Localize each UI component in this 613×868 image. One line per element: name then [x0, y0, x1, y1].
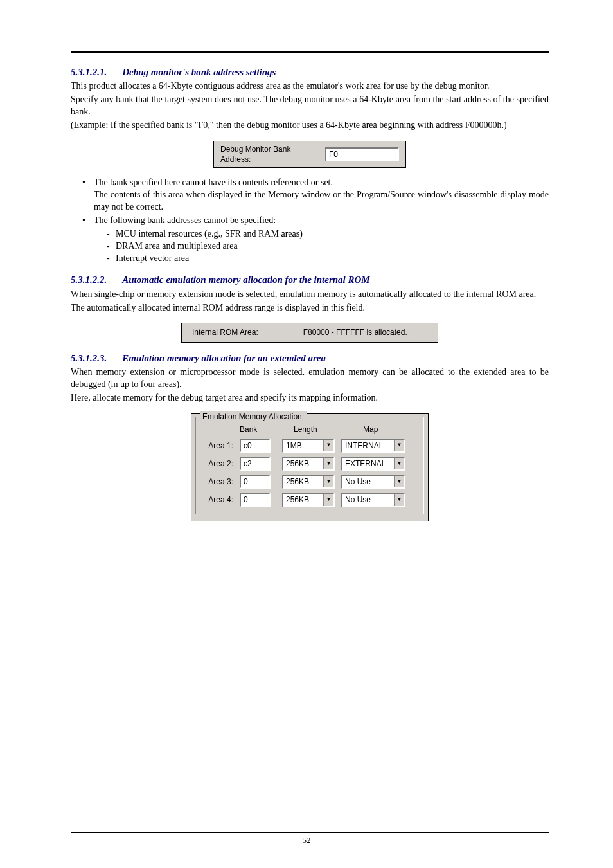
groupbox-header-row: Bank Length Map	[240, 424, 417, 435]
bullet-icon: •	[82, 215, 94, 227]
col-header-bank: Bank	[240, 424, 271, 435]
figure-internal-rom-area: Internal ROM Area: F80000 - FFFFFF is al…	[71, 323, 549, 342]
figure-emulation-memory-allocation: Emulation Memory Allocation: Bank Length…	[71, 413, 549, 521]
area2-map-select[interactable]: EXTERNAL▼	[341, 457, 405, 471]
area-row: Area 3: 0 256KB▼ No Use▼	[202, 475, 417, 489]
bullet-list: • The bank specified here cannot have it…	[82, 177, 549, 264]
select-value: 256KB	[283, 494, 323, 505]
paragraph: This product allocates a 64-Kbyte contig…	[71, 80, 549, 93]
chevron-down-icon: ▼	[394, 476, 404, 487]
dash-text: MCU internal resources (e.g., SFR and RA…	[116, 228, 303, 240]
bullet-line: The contents of this area when displayed…	[94, 190, 549, 212]
col-header-length: Length	[294, 424, 340, 435]
area4-length-select[interactable]: 256KB▼	[282, 493, 335, 507]
paragraph: (Example: If the specified bank is "F0,"…	[71, 120, 549, 132]
heading-5-3-1-2-2: 5.3.1.2.2.Automatic emulation memory all…	[71, 273, 549, 286]
select-value: INTERNAL	[342, 440, 394, 451]
area3-length-select[interactable]: 256KB▼	[282, 475, 335, 489]
select-value: 1MB	[283, 440, 323, 451]
dash-list: -MCU internal resources (e.g., SFR and R…	[107, 228, 549, 265]
area3-map-select[interactable]: No Use▼	[341, 475, 405, 489]
heading-title: Debug monitor's bank address settings	[122, 67, 276, 77]
chevron-down-icon: ▼	[394, 440, 404, 451]
paragraph: When single-chip or memory extension mod…	[71, 289, 549, 301]
select-value: 256KB	[283, 458, 323, 469]
paragraph: Here, allocate memory for the debug targ…	[71, 392, 549, 404]
area-label: Area 1:	[202, 440, 233, 451]
list-item: -MCU internal resources (e.g., SFR and R…	[107, 228, 549, 240]
heading-title: Emulation memory allocation for an exten…	[122, 353, 326, 363]
bullet-line: The bank specified here cannot have its …	[94, 177, 333, 187]
groupbox-legend: Emulation Memory Allocation:	[200, 411, 306, 422]
dash-icon: -	[107, 253, 116, 265]
heading-title: Automatic emulation memory allocation fo…	[122, 275, 369, 285]
area-row: Area 4: 0 256KB▼ No Use▼	[202, 493, 417, 507]
bullet-icon: •	[82, 177, 94, 189]
chevron-down-icon: ▼	[394, 458, 404, 469]
area1-bank-input[interactable]: c0	[240, 439, 271, 453]
area-label: Area 4:	[202, 494, 233, 505]
paragraph: The automatically allocated internal ROM…	[71, 302, 549, 314]
fig-label: Debug Monitor Bank Address:	[220, 144, 320, 165]
area4-bank-input[interactable]: 0	[240, 493, 271, 507]
dash-icon: -	[107, 228, 116, 240]
figure-debug-monitor-bank: Debug Monitor Bank Address: F0	[71, 141, 549, 168]
select-value: No Use	[342, 476, 394, 487]
footer-rule	[71, 832, 549, 833]
heading-num: 5.3.1.2.1.	[71, 67, 107, 77]
page-number: 52	[0, 835, 613, 846]
emulation-memory-groupbox: Emulation Memory Allocation: Bank Length…	[191, 413, 429, 521]
list-item: • The bank specified here cannot have it…	[82, 177, 549, 213]
fig-label: Internal ROM Area:	[192, 327, 258, 338]
top-rule	[71, 51, 549, 53]
paragraph: Specify any bank that the target system …	[71, 94, 549, 118]
area-row: Area 1: c0 1MB▼ INTERNAL▼	[202, 439, 417, 453]
select-value: No Use	[342, 494, 394, 505]
fig-value: F80000 - FFFFFF is allocated.	[303, 327, 407, 338]
col-header-map: Map	[363, 424, 378, 435]
heading-5-3-1-2-3: 5.3.1.2.3.Emulation memory allocation fo…	[71, 352, 549, 365]
area3-bank-input[interactable]: 0	[240, 475, 271, 489]
dash-text: DRAM area and multiplexed area	[116, 240, 238, 253]
area4-map-select[interactable]: No Use▼	[341, 493, 405, 507]
heading-5-3-1-2-1: 5.3.1.2.1.Debug monitor's bank address s…	[71, 66, 549, 78]
chevron-down-icon: ▼	[323, 476, 333, 487]
chevron-down-icon: ▼	[323, 458, 333, 469]
bullet-text: The bank specified here cannot have its …	[94, 177, 549, 213]
bullet-line: The following bank addresses cannot be s…	[94, 215, 276, 225]
chevron-down-icon: ▼	[323, 440, 333, 451]
area-label: Area 2:	[202, 458, 233, 469]
select-value: EXTERNAL	[342, 458, 394, 469]
list-item: • The following bank addresses cannot be…	[82, 215, 549, 265]
area1-map-select[interactable]: INTERNAL▼	[341, 439, 405, 453]
dash-text: Interrupt vector area	[116, 253, 189, 265]
chevron-down-icon: ▼	[323, 494, 333, 505]
area2-length-select[interactable]: 256KB▼	[282, 457, 335, 471]
area-row: Area 2: c2 256KB▼ EXTERNAL▼	[202, 457, 417, 471]
paragraph: When memory extension or microprocessor …	[71, 366, 549, 391]
dash-icon: -	[107, 240, 116, 253]
select-value: 256KB	[283, 476, 323, 487]
list-item: -DRAM area and multiplexed area	[107, 240, 549, 253]
area1-length-select[interactable]: 1MB▼	[282, 439, 335, 453]
area2-bank-input[interactable]: c2	[240, 457, 271, 471]
heading-num: 5.3.1.2.2.	[71, 275, 107, 285]
list-item: -Interrupt vector area	[107, 253, 549, 265]
bullet-text: The following bank addresses cannot be s…	[94, 215, 549, 265]
chevron-down-icon: ▼	[394, 494, 404, 505]
heading-num: 5.3.1.2.3.	[71, 353, 107, 363]
debug-monitor-bank-input[interactable]: F0	[325, 147, 399, 161]
area-label: Area 3:	[202, 476, 233, 487]
